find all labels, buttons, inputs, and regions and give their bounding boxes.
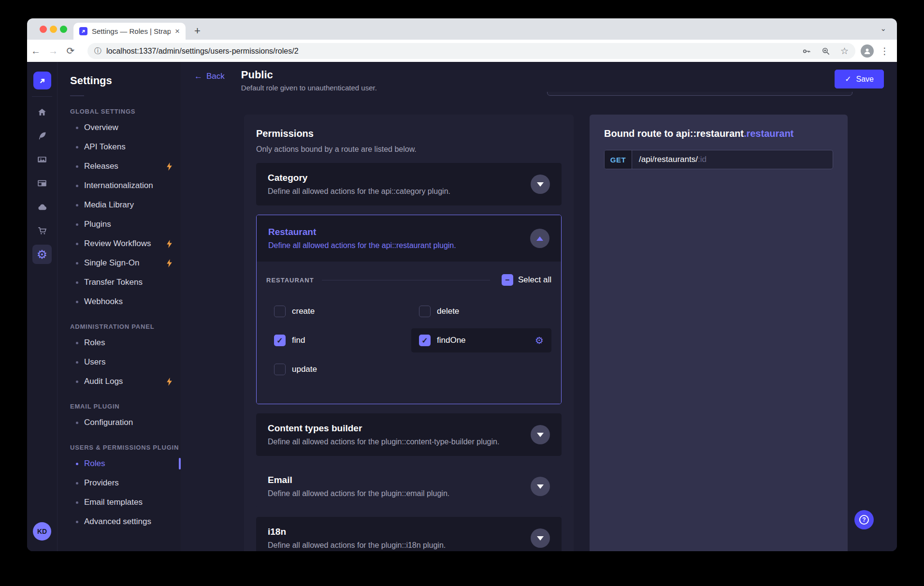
bullet-icon (76, 262, 78, 264)
select-all-checkbox[interactable]: – (502, 274, 513, 286)
tab-close-icon[interactable]: × (175, 27, 180, 36)
page-title: Public (241, 69, 377, 81)
help-button[interactable]: ? (854, 510, 874, 529)
page-header: ← Back Public Default role given to unau… (181, 62, 897, 92)
bullet-icon (76, 463, 78, 465)
route-display: GET /api/restaurants/:id (604, 150, 833, 169)
content-type-builder-nav-icon[interactable] (27, 174, 57, 193)
bullet-icon (76, 127, 78, 129)
expand-button[interactable] (531, 528, 550, 548)
password-key-icon[interactable] (802, 46, 811, 56)
tab-search-chevron-icon[interactable]: ⌄ (880, 24, 886, 33)
settings-gear-nav-icon[interactable]: ⚙ (32, 245, 52, 264)
traffic-zoom-button[interactable] (60, 26, 67, 33)
checkbox-checked[interactable]: ✓ (419, 335, 431, 346)
browser-window: ➔ Settings — Roles | Strapi × + ⌄ ← → ⟳ … (27, 18, 897, 551)
sidebar-item-admin-roles[interactable]: Roles (70, 333, 181, 352)
premium-bolt-icon (166, 378, 173, 386)
traffic-minimize-button[interactable] (50, 26, 57, 33)
sidebar-item-plugins[interactable]: Plugins (70, 215, 181, 234)
cloud-nav-icon[interactable] (27, 197, 57, 217)
sidebar-item-review-workflows[interactable]: Review Workflows (70, 234, 181, 253)
checkbox-unchecked[interactable] (274, 364, 286, 375)
new-tab-button[interactable]: + (194, 25, 201, 37)
address-omnibox[interactable]: ⓘ localhost:1337/admin/settings/users-pe… (87, 43, 855, 59)
bookmark-star-icon[interactable]: ☆ (840, 45, 849, 57)
section-label: GLOBAL SETTINGS (70, 108, 181, 115)
browser-tab[interactable]: ➔ Settings — Roles | Strapi × (73, 23, 186, 40)
settings-subnav: Settings GLOBAL SETTINGS Overview API To… (57, 62, 181, 551)
chrome-profile-avatar[interactable] (861, 44, 874, 58)
action-find[interactable]: ✓ find (266, 328, 406, 352)
user-avatar[interactable]: KD (33, 522, 51, 541)
group-label: RESTAURANT (266, 277, 314, 284)
sidebar-item-up-roles[interactable]: Roles (70, 454, 181, 473)
rail-divider (32, 96, 52, 97)
reload-icon[interactable]: ⟳ (62, 45, 79, 57)
accordion-restaurant-header[interactable]: Restaurant Define all allowed actions fo… (257, 215, 561, 262)
sidebar-item-email-configuration[interactable]: Configuration (70, 413, 181, 432)
marketplace-cart-nav-icon[interactable] (27, 221, 57, 240)
sidebar-item-audit-logs[interactable]: Audit Logs (70, 372, 181, 391)
chrome-menu-icon[interactable]: ⋮ (880, 45, 889, 57)
bullet-icon (76, 301, 78, 303)
back-nav-icon[interactable]: ← (27, 45, 44, 57)
sidebar-item-internationalization[interactable]: Internationalization (70, 176, 181, 195)
forward-nav-icon[interactable]: → (44, 45, 62, 57)
sidebar-item-providers[interactable]: Providers (70, 473, 181, 493)
sidebar-item-single-sign-on[interactable]: Single Sign-On (70, 253, 181, 273)
bullet-icon (76, 361, 78, 364)
collapse-button[interactable] (530, 229, 549, 248)
bullet-icon (76, 243, 78, 245)
accordion-category[interactable]: Category Define all allowed actions for … (256, 163, 562, 205)
home-nav-icon[interactable] (27, 103, 57, 122)
accordion-restaurant-expanded: Restaurant Define all allowed actions fo… (256, 215, 562, 404)
bullet-icon (76, 501, 78, 504)
save-button[interactable]: ✓ Save (835, 70, 884, 88)
expand-button[interactable] (531, 425, 550, 444)
restaurant-permissions-body: RESTAURANT – Select all create (257, 262, 561, 404)
checkbox-unchecked[interactable] (419, 306, 431, 317)
action-findone-selected[interactable]: ✓ findOne ⚙ (411, 328, 551, 352)
action-delete[interactable]: delete (411, 299, 551, 323)
sidebar-item-admin-users[interactable]: Users (70, 352, 181, 372)
sidebar-item-overview[interactable]: Overview (70, 118, 181, 137)
page-subtitle: Default role given to unauthenticated us… (241, 84, 377, 92)
content-manager-feather-icon[interactable] (27, 126, 57, 146)
sidebar-item-api-tokens[interactable]: API Tokens (70, 137, 181, 157)
sidebar-item-advanced-settings[interactable]: Advanced settings (70, 512, 181, 531)
premium-bolt-icon (166, 240, 173, 248)
chevron-down-icon (537, 484, 544, 489)
back-link[interactable]: ← Back (194, 72, 225, 81)
sidebar-item-transfer-tokens[interactable]: Transfer Tokens (70, 273, 181, 292)
checkbox-unchecked[interactable] (274, 306, 286, 317)
sidebar-item-releases[interactable]: Releases (70, 157, 181, 176)
sidebar-item-media-library[interactable]: Media Library (70, 195, 181, 215)
expand-button[interactable] (531, 477, 550, 496)
sidebar-item-webhooks[interactable]: Webhooks (70, 292, 181, 311)
checkbox-checked[interactable]: ✓ (274, 335, 286, 346)
permissions-title: Permissions (256, 128, 562, 139)
traffic-close-button[interactable] (40, 26, 47, 33)
advanced-settings-gear-icon[interactable]: ⚙ (535, 335, 544, 346)
action-update[interactable]: update (266, 357, 406, 381)
bullet-icon (76, 482, 78, 484)
strapi-logo[interactable]: ➔ (33, 72, 51, 89)
accordion-email[interactable]: Email Define all allowed actions for the… (256, 465, 562, 508)
select-all-control[interactable]: – Select all (502, 274, 551, 286)
action-create[interactable]: create (266, 299, 406, 323)
tab-title: Settings — Roles | Strapi (92, 27, 171, 35)
chevron-up-icon (536, 236, 543, 241)
zoom-page-icon[interactable] (821, 46, 831, 56)
sidebar-item-email-templates[interactable]: Email templates (70, 493, 181, 512)
chevron-down-icon (537, 182, 544, 187)
expand-button[interactable] (531, 175, 550, 194)
question-mark-icon: ? (859, 515, 869, 525)
media-library-nav-icon[interactable] (27, 150, 57, 169)
bullet-icon (76, 281, 78, 284)
accordion-content-types-builder[interactable]: Content types builder Define all allowed… (256, 413, 562, 456)
site-info-icon[interactable]: ⓘ (94, 46, 101, 56)
accordion-i18n[interactable]: i18n Define all allowed actions for the … (256, 517, 562, 551)
actions-grid: create delete ✓ find ✓ (266, 299, 551, 381)
chevron-down-icon (537, 433, 544, 437)
